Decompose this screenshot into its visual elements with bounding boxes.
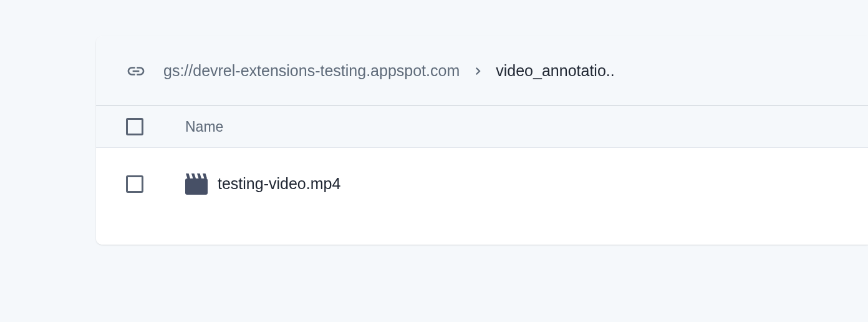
file-name: testing-video.mp4 <box>218 175 340 193</box>
table-header: Name <box>96 106 868 148</box>
link-icon[interactable] <box>126 61 146 81</box>
video-file-icon <box>185 173 208 195</box>
breadcrumb: gs://devrel-extensions-testing.appspot.c… <box>96 36 868 106</box>
table-row[interactable]: testing-video.mp4 <box>96 148 868 220</box>
select-all-checkbox[interactable] <box>126 118 143 135</box>
breadcrumb-current[interactable]: video_annotatio.. <box>496 62 614 80</box>
panel-footer-space <box>96 220 868 245</box>
chevron-right-icon <box>472 66 483 77</box>
breadcrumb-bucket[interactable]: gs://devrel-extensions-testing.appspot.c… <box>163 62 460 80</box>
storage-browser-panel: gs://devrel-extensions-testing.appspot.c… <box>96 36 868 245</box>
row-checkbox[interactable] <box>126 175 143 193</box>
column-header-name[interactable]: Name <box>185 119 223 135</box>
